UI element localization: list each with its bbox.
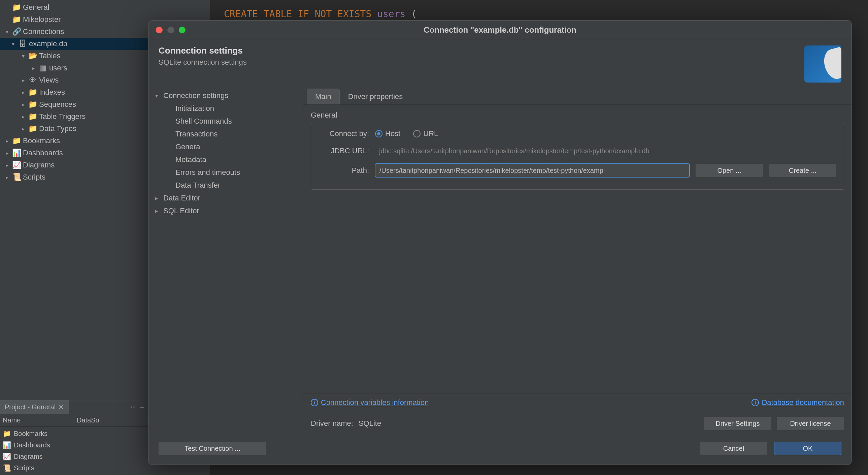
dialog-nav-item[interactable]: Transactions — [149, 128, 303, 141]
database-documentation-link[interactable]: i Database documentation — [751, 398, 844, 407]
folder-icon: 📁 — [12, 15, 21, 24]
project-list-item[interactable]: 📊Dashboards — [3, 439, 146, 451]
dialog-nav-item[interactable]: General — [149, 141, 303, 153]
dialog-nav-item[interactable]: ▸Data Editor — [149, 192, 303, 205]
tree-row-label: Connections — [23, 27, 64, 36]
chevron-icon[interactable]: ▸ — [4, 150, 10, 156]
create-button[interactable]: Create ... — [769, 164, 836, 177]
sql-keyword: CREATE TABLE IF NOT EXISTS — [224, 8, 371, 20]
dialog-nav-item[interactable]: Initialization — [149, 102, 303, 115]
chevron-icon[interactable]: ▸ — [20, 114, 26, 120]
dialog-titlebar[interactable]: Connection "example.db" configuration — [149, 21, 851, 39]
chevron-icon[interactable]: ▸ — [4, 138, 10, 144]
row-path: Path: Open ... Create ... — [318, 164, 836, 177]
dialog-nav-label: Metadata — [176, 155, 207, 164]
open-button[interactable]: Open ... — [695, 164, 763, 177]
project-list-label: Scripts — [14, 464, 34, 472]
row-jdbc-url: JDBC URL: — [318, 144, 836, 158]
dialog-footer: Test Connection ... Cancel OK — [149, 435, 851, 465]
connection-variables-link[interactable]: i Connection variables information — [311, 398, 429, 407]
path-field[interactable] — [375, 164, 689, 177]
chevron-icon[interactable]: ▾ — [4, 29, 10, 35]
dialog-header-title: Connection settings — [159, 46, 247, 56]
dialog-nav-label: Shell Commands — [176, 117, 232, 126]
chevron-icon[interactable]: ▾ — [10, 41, 16, 47]
dialog-nav-label: General — [176, 143, 202, 151]
chevron-icon: ▸ — [155, 208, 161, 214]
tree-row-label: Sequences — [39, 100, 76, 109]
dialog-content: Main Driver properties General Connect b… — [303, 86, 851, 435]
tree-row-label: General — [23, 3, 49, 12]
minimize-window-icon[interactable] — [167, 27, 174, 33]
driver-license-button[interactable]: Driver license — [777, 417, 844, 430]
close-window-icon[interactable] — [156, 27, 163, 33]
tree-row[interactable]: ▸📁General — [0, 1, 210, 13]
radio-off-icon — [413, 130, 421, 138]
project-list-item[interactable]: 📁Bookmarks — [3, 428, 146, 439]
chevron-icon[interactable]: ▸ — [30, 65, 36, 71]
project-list-label: Dashboards — [14, 441, 50, 449]
cancel-button[interactable]: Cancel — [700, 442, 767, 455]
dialog-nav-label: Data Transfer — [176, 181, 220, 190]
dialog-nav-item[interactable]: Shell Commands — [149, 115, 303, 128]
radio-host-label: Host — [385, 129, 400, 138]
dialog-nav-item[interactable]: Errors and timeouts — [149, 166, 303, 179]
info-icon: i — [311, 399, 318, 406]
section-general-title: General — [311, 111, 844, 120]
project-list-label: Bookmarks — [14, 430, 48, 438]
maximize-window-icon[interactable] — [179, 27, 186, 33]
project-list-item[interactable]: 📜Scripts — [3, 462, 146, 474]
sql-paren: ( — [411, 8, 417, 20]
chevron-icon: ▸ — [155, 195, 161, 202]
jdbc-url-field — [375, 144, 836, 158]
tree-row-label: Table Triggers — [39, 112, 86, 121]
radio-host[interactable]: Host — [375, 129, 400, 138]
project-list[interactable]: 📁Bookmarks📊Dashboards📈Diagrams📜Scripts — [0, 426, 148, 475]
tab-driver-properties[interactable]: Driver properties — [340, 89, 411, 105]
dialog-header-strip: Connection settings SQLite connection se… — [149, 39, 851, 86]
chevron-icon[interactable]: ▸ — [20, 89, 26, 96]
window-controls — [149, 27, 186, 33]
chevron-icon: ▾ — [155, 93, 161, 99]
project-col-name[interactable]: Name — [0, 414, 74, 426]
tree-row-label: Views — [39, 76, 59, 85]
tree-row-label: example.db — [29, 39, 67, 48]
chevron-icon[interactable]: ▸ — [20, 126, 26, 132]
dialog-nav-label: Initialization — [176, 104, 214, 113]
folder-gold-icon: 📁 — [28, 88, 37, 97]
project-list-item[interactable]: 📈Diagrams — [3, 451, 146, 462]
tab-main[interactable]: Main — [307, 89, 340, 105]
chevron-icon[interactable]: ▾ — [20, 53, 26, 59]
driver-settings-button[interactable]: Driver Settings — [704, 417, 771, 430]
dialog-nav[interactable]: ▾Connection settingsInitializationShell … — [149, 86, 303, 435]
project-col-datasource[interactable]: DataSo — [74, 414, 148, 426]
minimize-icon[interactable]: — — [140, 405, 144, 410]
test-connection-button[interactable]: Test Connection ... — [159, 442, 266, 455]
chevron-icon[interactable]: ▸ — [4, 174, 10, 181]
jdbc-url-label: JDBC URL: — [318, 147, 369, 155]
dialog-nav-item[interactable]: Metadata — [149, 153, 303, 166]
dialog-nav-item[interactable]: ▾Connection settings — [149, 89, 303, 102]
table-icon: ▦ — [38, 64, 47, 72]
chevron-icon[interactable]: ▸ — [4, 162, 10, 169]
diagram-icon: 📈 — [12, 161, 21, 170]
ok-button[interactable]: OK — [774, 442, 841, 455]
dialog-nav-item[interactable]: ▸SQL Editor — [149, 205, 303, 217]
sqlite-logo-icon — [804, 46, 841, 83]
gear-icon[interactable]: ⚙ — [131, 405, 135, 410]
radio-url[interactable]: URL — [413, 129, 438, 138]
dialog-nav-label: Data Editor — [163, 194, 200, 203]
dialog-header-subtitle: SQLite connection settings — [159, 58, 247, 67]
radio-on-icon — [375, 130, 382, 138]
tree-row-label: Tables — [39, 52, 61, 60]
tree-row-label: users — [49, 64, 67, 72]
close-icon[interactable]: ✕ — [58, 403, 64, 411]
chevron-icon[interactable]: ▸ — [20, 101, 26, 108]
chevron-icon[interactable]: ▸ — [20, 77, 26, 84]
project-tab[interactable]: Project - General ✕ — [0, 400, 69, 414]
radio-url-label: URL — [423, 129, 438, 138]
links-row: i Connection variables information i Dat… — [303, 393, 851, 412]
dialog-nav-item[interactable]: Data Transfer — [149, 179, 303, 192]
row-connect-by: Connect by: Host URL — [318, 129, 836, 138]
folder-icon: 📁 — [12, 3, 21, 12]
